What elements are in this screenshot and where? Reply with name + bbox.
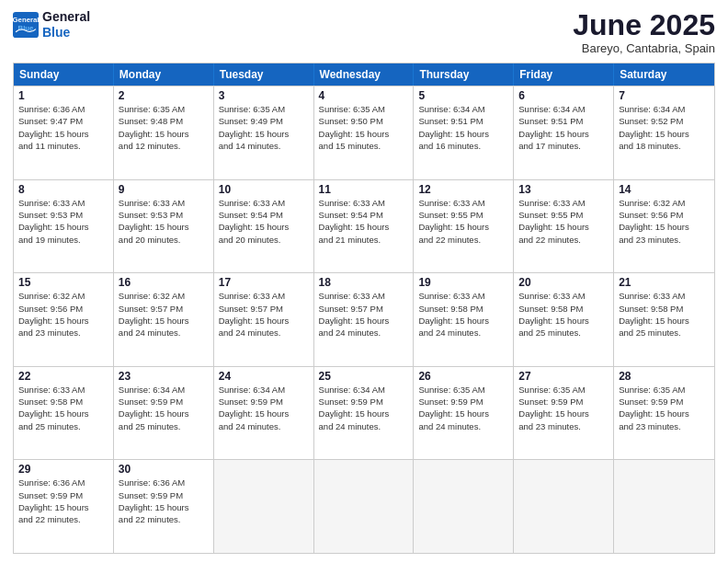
- header-monday: Monday: [114, 63, 214, 86]
- cell-28: 28 Sunrise: 6:35 AMSunset: 9:59 PMDaylig…: [614, 367, 714, 460]
- cell-22: 22 Sunrise: 6:33 AMSunset: 9:58 PMDaylig…: [14, 367, 114, 460]
- cell-13: 13 Sunrise: 6:33 AMSunset: 9:55 PMDaylig…: [514, 180, 614, 273]
- month-title: June 2025: [573, 9, 715, 41]
- cell-6: 6 Sunrise: 6:34 AMSunset: 9:51 PMDayligh…: [514, 86, 614, 179]
- cell-21: 21 Sunrise: 6:33 AMSunset: 9:58 PMDaylig…: [614, 273, 714, 366]
- cell-20: 20 Sunrise: 6:33 AMSunset: 9:58 PMDaylig…: [514, 273, 614, 366]
- location: Bareyo, Cantabria, Spain: [573, 41, 715, 55]
- cell-29: 29 Sunrise: 6:36 AMSunset: 9:59 PMDaylig…: [14, 460, 114, 553]
- title-block: June 2025 Bareyo, Cantabria, Spain: [573, 9, 715, 55]
- logo: General Blue General Blue: [13, 9, 90, 40]
- cell-7: 7 Sunrise: 6:34 AMSunset: 9:52 PMDayligh…: [614, 86, 714, 179]
- cell-27: 27 Sunrise: 6:35 AMSunset: 9:59 PMDaylig…: [514, 367, 614, 460]
- cell-25: 25 Sunrise: 6:34 AMSunset: 9:59 PMDaylig…: [314, 367, 415, 460]
- week-row-2: 8 Sunrise: 6:33 AMSunset: 9:53 PMDayligh…: [14, 179, 714, 273]
- cell-8: 8 Sunrise: 6:33 AMSunset: 9:53 PMDayligh…: [14, 180, 114, 273]
- cell-3: 3 Sunrise: 6:35 AMSunset: 9:49 PMDayligh…: [214, 86, 314, 179]
- cell-23: 23 Sunrise: 6:34 AMSunset: 9:59 PMDaylig…: [114, 367, 214, 460]
- cell-empty-4: [514, 460, 614, 553]
- cell-empty-5: [614, 460, 714, 553]
- header-friday: Friday: [514, 63, 614, 86]
- cell-10: 10 Sunrise: 6:33 AMSunset: 9:54 PMDaylig…: [214, 180, 314, 273]
- cell-24: 24 Sunrise: 6:34 AMSunset: 9:59 PMDaylig…: [214, 367, 314, 460]
- header: General Blue General Blue June 2025 Bare…: [13, 9, 715, 55]
- calendar-header: Sunday Monday Tuesday Wednesday Thursday…: [14, 63, 714, 86]
- cell-15: 15 Sunrise: 6:32 AMSunset: 9:56 PMDaylig…: [14, 273, 114, 366]
- week-row-1: 1 Sunrise: 6:36 AMSunset: 9:47 PMDayligh…: [14, 86, 714, 179]
- cell-26: 26 Sunrise: 6:35 AMSunset: 9:59 PMDaylig…: [414, 367, 514, 460]
- cell-2: 2 Sunrise: 6:35 AMSunset: 9:48 PMDayligh…: [114, 86, 214, 179]
- cell-9: 9 Sunrise: 6:33 AMSunset: 9:53 PMDayligh…: [114, 180, 214, 273]
- cell-empty-2: [314, 460, 415, 553]
- cell-empty-3: [414, 460, 514, 553]
- cell-18: 18 Sunrise: 6:33 AMSunset: 9:57 PMDaylig…: [314, 273, 415, 366]
- cell-5: 5 Sunrise: 6:34 AMSunset: 9:51 PMDayligh…: [414, 86, 514, 179]
- cell-17: 17 Sunrise: 6:33 AMSunset: 9:57 PMDaylig…: [214, 273, 314, 366]
- week-row-3: 15 Sunrise: 6:32 AMSunset: 9:56 PMDaylig…: [14, 272, 714, 366]
- week-row-4: 22 Sunrise: 6:33 AMSunset: 9:58 PMDaylig…: [14, 366, 714, 460]
- cell-11: 11 Sunrise: 6:33 AMSunset: 9:54 PMDaylig…: [314, 180, 415, 273]
- header-wednesday: Wednesday: [314, 63, 415, 86]
- cell-16: 16 Sunrise: 6:32 AMSunset: 9:57 PMDaylig…: [114, 273, 214, 366]
- cell-19: 19 Sunrise: 6:33 AMSunset: 9:58 PMDaylig…: [414, 273, 514, 366]
- cell-4: 4 Sunrise: 6:35 AMSunset: 9:50 PMDayligh…: [314, 86, 415, 179]
- cell-30: 30 Sunrise: 6:36 AMSunset: 9:59 PMDaylig…: [114, 460, 214, 553]
- cell-1: 1 Sunrise: 6:36 AMSunset: 9:47 PMDayligh…: [14, 86, 114, 179]
- calendar: Sunday Monday Tuesday Wednesday Thursday…: [13, 63, 715, 554]
- logo-icon: General Blue: [13, 12, 39, 38]
- cell-14: 14 Sunrise: 6:32 AMSunset: 9:56 PMDaylig…: [614, 180, 714, 273]
- week-row-5: 29 Sunrise: 6:36 AMSunset: 9:59 PMDaylig…: [14, 459, 714, 553]
- svg-text:General: General: [13, 16, 39, 24]
- header-sunday: Sunday: [14, 63, 114, 86]
- header-saturday: Saturday: [614, 63, 714, 86]
- calendar-body: 1 Sunrise: 6:36 AMSunset: 9:47 PMDayligh…: [14, 86, 714, 553]
- cell-empty-1: [214, 460, 314, 553]
- header-thursday: Thursday: [414, 63, 514, 86]
- logo-text: General Blue: [42, 9, 90, 40]
- cell-12: 12 Sunrise: 6:33 AMSunset: 9:55 PMDaylig…: [414, 180, 514, 273]
- header-tuesday: Tuesday: [214, 63, 314, 86]
